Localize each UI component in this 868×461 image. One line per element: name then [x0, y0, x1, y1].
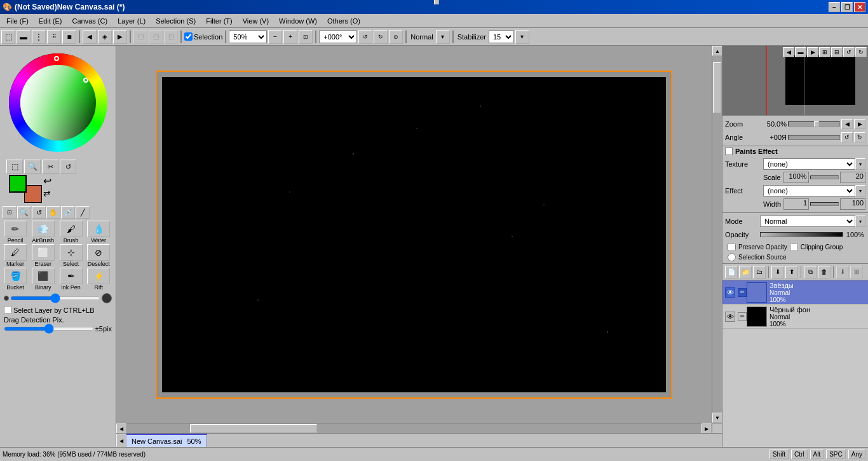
tool-brush[interactable]: 🖌 Brush	[58, 221, 84, 244]
color-swap-icon[interactable]: ⇄	[43, 188, 51, 198]
zoom-select[interactable]: 50% 100% 25%	[229, 31, 267, 43]
tool-inkpen[interactable]: ✒ Ink Pen	[58, 268, 84, 291]
menu-others[interactable]: Others (O)	[322, 16, 365, 26]
layer-move-up[interactable]: ⬆	[785, 266, 798, 279]
menu-window[interactable]: Window (W)	[274, 16, 322, 26]
layer-move-down[interactable]: ⬇	[771, 266, 784, 279]
tool-select-rect[interactable]: ⬚	[6, 160, 23, 174]
close-button[interactable]: ✕	[854, 2, 865, 12]
tool-binary[interactable]: ⬛ Binary	[31, 268, 56, 291]
tool-move[interactable]: 🔍	[24, 160, 41, 174]
preview-btn-2[interactable]: ▬	[795, 47, 806, 57]
tool-water[interactable]: 💧 Water	[86, 221, 111, 244]
toolbar-btn-c[interactable]: ⬚	[164, 30, 178, 44]
key-shift[interactable]: Shift	[770, 450, 789, 459]
tool-eraser[interactable]: ⬜ Eraser	[31, 244, 56, 267]
pe-texture-select[interactable]: (none)	[763, 158, 855, 170]
tool-zoom-icon[interactable]: 🔍	[17, 206, 31, 219]
layer-new-set[interactable]: 🗂	[753, 266, 766, 279]
toolbar-nav-prev[interactable]: ◀	[83, 30, 97, 44]
preview-btn-4[interactable]: ⊞	[819, 47, 831, 57]
zoom-slider-thumb[interactable]	[814, 121, 819, 127]
tool-bucket[interactable]: 🪣 Bucket	[3, 268, 28, 291]
canvas-tab[interactable]: New Canvas.sai 50%	[126, 434, 207, 447]
brush-size-slider[interactable]	[10, 296, 100, 300]
tool-rotate[interactable]: ↺	[60, 160, 76, 174]
tool-eyedrop-icon[interactable]: 💉	[61, 206, 75, 219]
zoom-btn-left[interactable]: ◀	[841, 119, 853, 129]
color-reset-icon[interactable]: ↩	[43, 175, 51, 187]
restore-button[interactable]: ❐	[841, 2, 853, 12]
hscroll-right[interactable]: ▶	[702, 423, 712, 434]
color-wheel-ring[interactable]	[9, 53, 107, 152]
select-layer-checkbox[interactable]	[4, 306, 12, 314]
angle-btn-left[interactable]: ↺	[841, 132, 853, 142]
pe-width-slider[interactable]	[810, 202, 839, 206]
tool-deselect[interactable]: ⊘ Deselect	[86, 244, 111, 267]
color-wheel-container[interactable]	[9, 53, 107, 152]
tool-airbrush[interactable]: 💨 AirBrush	[31, 221, 56, 244]
menu-file[interactable]: File (F)	[1, 16, 34, 26]
preview-btn-5[interactable]: ⊟	[831, 47, 843, 57]
preview-btn-1[interactable]: ◀	[783, 47, 794, 57]
hscroll-track[interactable]	[126, 423, 702, 433]
opacity-slider[interactable]	[760, 232, 843, 237]
tool-rift[interactable]: ⚡ Rift	[86, 268, 111, 291]
layer-merge-down[interactable]: ⬇	[836, 266, 849, 279]
toolbar-btn-a[interactable]: ⬚	[133, 30, 147, 44]
layer-copy[interactable]: ⧉	[804, 266, 817, 279]
pe-effect-select[interactable]: (none)	[763, 185, 855, 196]
rotate-left[interactable]: ↺	[358, 30, 372, 44]
toolbar-mode-cols[interactable]: ⋮	[32, 30, 46, 44]
vscroll-up[interactable]: ▲	[712, 46, 722, 56]
toolbar-mode-line[interactable]: ▬	[17, 30, 31, 44]
stabilizer-dropdown[interactable]: ▾	[515, 30, 529, 44]
menu-selection[interactable]: Selection (S)	[151, 16, 201, 26]
angle-btn-right[interactable]: ↻	[854, 132, 865, 142]
preview-btn-3[interactable]: ▶	[807, 47, 818, 57]
canvas-surface[interactable]	[162, 77, 666, 392]
tool-select-icon[interactable]: ⊡	[3, 206, 17, 219]
layer-2-visibility[interactable]: 👁	[725, 312, 735, 322]
tool-line-icon[interactable]: ╱	[76, 206, 90, 219]
stabilizer-select[interactable]: 15 0 5 10 20	[489, 31, 514, 43]
key-ctrl[interactable]: Ctrl	[791, 450, 808, 459]
minimize-button[interactable]: −	[829, 2, 840, 12]
toolbar-selection-check[interactable]: Selection	[184, 32, 222, 41]
primary-color[interactable]	[9, 175, 27, 193]
tool-pencil[interactable]: ✏ Pencil	[3, 221, 28, 244]
layer-merge-all[interactable]: ⊞	[850, 266, 863, 279]
preview-btn-7[interactable]: ↻	[855, 47, 867, 57]
hscroll-left[interactable]: ◀	[116, 423, 126, 434]
zoom-plus[interactable]: +	[283, 30, 297, 44]
menu-filter[interactable]: Filter (T)	[201, 16, 238, 26]
mode-dropdown[interactable]: ▾	[436, 30, 450, 44]
angle-slider-thumb[interactable]	[434, 0, 439, 4]
rotate-reset[interactable]: ⊙	[389, 30, 403, 44]
angle-slider[interactable]	[788, 135, 840, 140]
hscroll-thumb[interactable]	[190, 424, 317, 433]
toolbar-mode-rect[interactable]: ⬚	[1, 30, 15, 44]
zoom-btn-right[interactable]: ▶	[854, 119, 865, 129]
pe-texture-arrow[interactable]: ▾	[855, 158, 865, 170]
zoom-minus[interactable]: −	[268, 30, 282, 44]
tool-rotate-icon[interactable]: ↺	[32, 206, 46, 219]
key-any[interactable]: Any	[848, 450, 865, 459]
key-spc[interactable]: SPC	[826, 450, 846, 459]
toolbar-nav-next[interactable]: ▶	[113, 30, 127, 44]
drag-slider[interactable]	[4, 327, 94, 331]
tool-scissors[interactable]: ✂	[42, 160, 58, 174]
angle-select[interactable]: +000°	[319, 31, 357, 43]
layer-item-1[interactable]: 👁 ✏ Звёзды Normal 100%	[722, 280, 868, 305]
selection-source-radio[interactable]	[728, 253, 736, 261]
toolbar-mode-dotgrid[interactable]: ⠿	[47, 30, 61, 44]
tab-scroll-left[interactable]: ◀	[116, 434, 126, 447]
layer-delete[interactable]: 🗑	[818, 266, 831, 279]
layer-new-btn[interactable]: 📄	[725, 266, 738, 279]
zoom-fit[interactable]: ⊡	[299, 30, 313, 44]
pe-enable-checkbox[interactable]	[725, 148, 733, 155]
layer-item-2[interactable]: 👁 ✏ Чёрный фон Normal 100%	[722, 305, 868, 329]
clipping-group-checkbox[interactable]	[790, 243, 798, 251]
key-alt[interactable]: Alt	[810, 450, 824, 459]
vscroll-down[interactable]: ▼	[712, 413, 722, 423]
